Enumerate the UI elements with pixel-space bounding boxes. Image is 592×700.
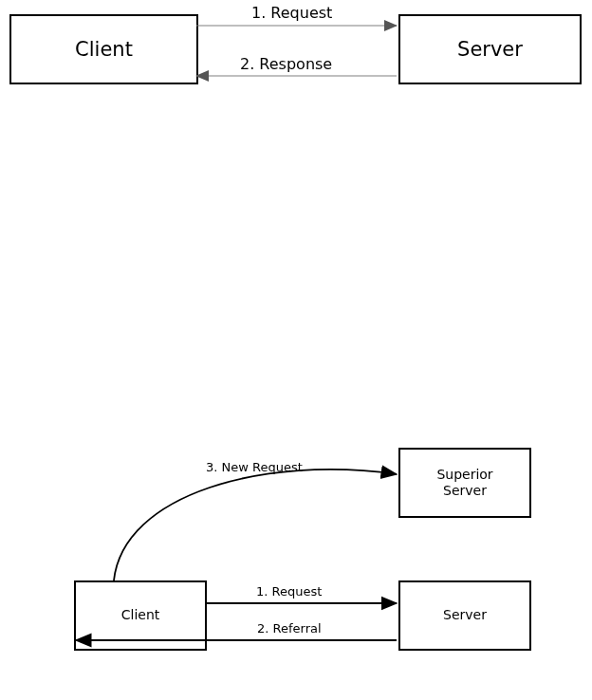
- bottom-new-request-arrow: [114, 470, 397, 580]
- top-request-label: 1. Request: [251, 4, 332, 22]
- top-response-label: 2. Response: [240, 55, 332, 73]
- bottom-referral-label: 2. Referral: [257, 621, 322, 636]
- bottom-client-box: Client: [74, 580, 207, 651]
- top-client-label: Client: [75, 37, 133, 62]
- top-client-box: Client: [9, 14, 198, 84]
- bottom-superior-server-box: Superior Server: [398, 448, 531, 518]
- bottom-client-label: Client: [121, 607, 160, 624]
- bottom-server-box: Server: [398, 580, 531, 651]
- top-server-box: Server: [398, 14, 582, 84]
- bottom-server-label: Server: [443, 607, 487, 624]
- bottom-superior-server-label: Superior Server: [436, 467, 492, 500]
- top-server-label: Server: [457, 37, 523, 62]
- bottom-new-request-label: 3. New Request: [206, 460, 303, 474]
- bottom-request-label: 1. Request: [256, 584, 322, 599]
